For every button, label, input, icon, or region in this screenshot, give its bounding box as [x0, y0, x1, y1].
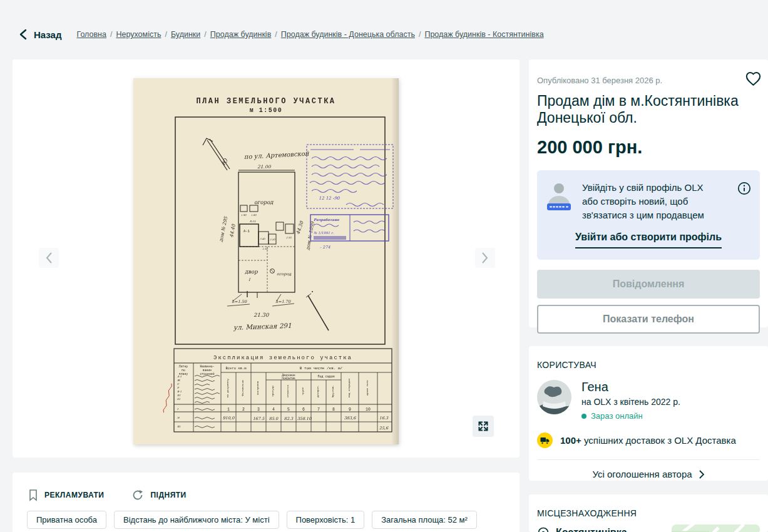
table-num-5: 5 — [287, 407, 290, 412]
seller-avatar[interactable] — [537, 380, 571, 414]
table-val-ground: 358.10 — [297, 416, 312, 421]
table-num-10: 10 — [366, 407, 371, 412]
table-num-2: 2 — [242, 407, 245, 412]
table-rot-8: Под огородом — [348, 378, 351, 397]
plan-num-5: 1.50 — [262, 247, 268, 250]
table-rot-4: Отмостка — [287, 384, 289, 397]
raise-button[interactable]: ПІДНЯТИ — [131, 489, 186, 501]
stamp-doc-no: № 1/1991 г. — [314, 231, 334, 235]
breadcrumb-link-realty[interactable]: Нерухомість — [116, 30, 161, 39]
login-link[interactable]: Увійти або створити профіль — [546, 232, 751, 248]
published-date: Опубліковано 31 березня 2026 р. — [529, 59, 768, 85]
topbar: Назад Головна / Нерухомість / Будинки / … — [19, 29, 544, 40]
breadcrumb-link-house-sale[interactable]: Продаж будинків — [210, 30, 271, 39]
location-pin-icon — [537, 526, 550, 532]
seller-section-title: КОРИСТУВАЧ — [529, 346, 768, 370]
table-num-6: 6 — [302, 407, 305, 412]
garden-label-2: огород — [277, 272, 292, 277]
seller-member-since: на OLX з квітень 2022 р. — [581, 397, 680, 407]
plan-document-image[interactable]: ПЛАН ЗЕМЕЛЬНОГО УЧАСТКА м 1:500 Ю по ул.… — [133, 78, 399, 444]
ad-price: 200 000 грн. — [537, 137, 760, 158]
stamp-extra: - 274 — [320, 245, 331, 250]
chevron-left-icon — [44, 252, 53, 264]
table-num-9: 9 — [349, 407, 351, 412]
mini-avatar — [546, 181, 572, 222]
back-button[interactable]: Назад — [19, 29, 61, 40]
message-button[interactable]: Повідомлення — [537, 270, 760, 299]
delivery-badge — [537, 432, 553, 448]
fullscreen-expand-icon — [478, 421, 489, 432]
olx-listing-page: Назад Головна / Нерухомість / Будинки / … — [0, 0, 768, 532]
location-card: МІСЦЕЗНАХОДЖЕННЯ Костянтинівка — [529, 494, 768, 532]
plan-num-3: 3.40 — [260, 237, 265, 240]
show-phone-button[interactable]: Показати телефон — [537, 305, 760, 334]
breadcrumb-link-city[interactable]: Продаж будинків - Костянтинівка — [424, 30, 543, 39]
plan-num-6: 2.50 — [286, 236, 292, 239]
seller-row: Гена на OLX з квітень 2022 р. Зараз онла… — [537, 380, 760, 421]
delivery-text: 100+ успішних доставок з OLX Доставка — [560, 435, 736, 446]
dim-house: 8.15 — [250, 220, 256, 223]
advertise-button[interactable]: РЕКЛАМУВАТИ — [28, 489, 104, 501]
garden-label: огород — [254, 199, 274, 205]
advertise-label: РЕКЛАМУВАТИ — [44, 491, 104, 499]
table-val-bottom-right: 25,6 — [379, 426, 389, 431]
table-num-4: 4 — [272, 407, 275, 412]
table-col-name-2: вание — [203, 369, 212, 372]
table-val-total: 910,0 — [223, 416, 235, 421]
breadcrumb-separator: / — [204, 30, 206, 39]
favorite-button[interactable] — [745, 71, 762, 88]
chevron-right-icon — [699, 470, 705, 479]
map-preview[interactable] — [672, 524, 760, 532]
breadcrumb-link-region[interactable]: Продаж будинків - Донецька область — [281, 30, 415, 39]
table-title: Экспликация земельного участка — [213, 355, 352, 361]
fullscreen-button[interactable] — [473, 416, 494, 437]
table-rot-5: Грунт — [302, 387, 304, 395]
divider — [537, 459, 760, 460]
raise-label: ПІДНЯТИ — [150, 491, 186, 499]
table-col-liter-2: по — [182, 369, 185, 372]
table-liter-5: Б1 — [177, 394, 181, 397]
table-liter-4: В-1 — [177, 390, 182, 393]
delivery-caption: успішних доставок з OLX Доставка — [584, 435, 736, 446]
stamp-note: 12 12 -90 — [319, 196, 340, 201]
map-roads — [672, 524, 760, 532]
plan-scale: м 1:500 — [250, 107, 283, 114]
h-left-label: h=1.50 — [232, 299, 247, 304]
refresh-icon — [131, 489, 144, 501]
dim-top: 21.00 — [257, 164, 272, 170]
tag-private-person: Приватна особа — [27, 511, 106, 529]
breadcrumb-separator: / — [165, 30, 166, 39]
login-link-label: Увійти або створити профіль — [575, 232, 722, 248]
gallery-prev-button[interactable] — [39, 248, 59, 268]
bookmark-icon — [28, 489, 38, 501]
breadcrumb: Головна / Нерухомість / Будинки / Продаж… — [76, 30, 543, 39]
location-section-title: МІСЦЕЗНАХОДЖЕННЯ — [529, 494, 768, 518]
table-val-other: 16.3 — [379, 416, 389, 421]
heart-icon — [745, 71, 762, 86]
table-num-7: 7 — [317, 407, 320, 412]
table-col-incl: В том числе /кв. м/ — [300, 366, 343, 371]
info-icon — [737, 182, 751, 195]
login-prompt-text: Увійдіть у свій профіль OLX або створіть… — [582, 181, 721, 222]
table-num-1: 1 — [227, 407, 230, 412]
table-liter-0: А-1 — [177, 375, 182, 378]
tag-floors: Поверховість: 1 — [287, 511, 365, 529]
tags-row: Приватна особа Відстань до найближчого м… — [27, 511, 520, 529]
gallery-next-button[interactable] — [475, 248, 495, 268]
table-rot-2: Застроено — [257, 381, 259, 395]
table-val-built: 167.5 — [253, 416, 265, 421]
tag-distance: Відстань до найближчого міста: У місті — [114, 511, 279, 529]
delivery-row: 100+ успішних доставок з OLX Доставка — [537, 432, 760, 448]
breadcrumb-link-home[interactable]: Головна — [76, 30, 106, 39]
seller-online-status: Зараз онлайн — [581, 411, 680, 421]
table-rot-6: Декорат. — [317, 385, 319, 397]
table-col-yard-2: покрытие — [282, 377, 295, 380]
info-button[interactable] — [737, 182, 751, 197]
breadcrumb-link-houses[interactable]: Будинки — [171, 30, 200, 39]
delivery-count: 100+ — [560, 435, 581, 446]
all-seller-ads-link[interactable]: Усі оголошення автора — [529, 469, 768, 479]
delivery-truck-icon — [540, 437, 550, 444]
table-col-total: Всего кв.м — [225, 366, 247, 371]
chevron-right-icon — [481, 252, 489, 264]
dim-bottom: 21.30 — [253, 312, 269, 318]
